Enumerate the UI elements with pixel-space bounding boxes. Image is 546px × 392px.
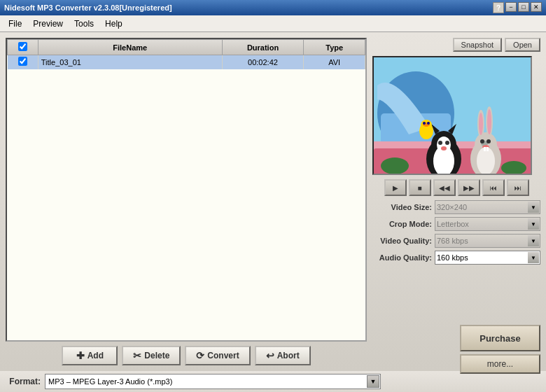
format-label: Format: <box>6 377 41 386</box>
right-panel: Snapshot Open <box>372 38 540 365</box>
convert-button[interactable]: ⟳ Convert <box>185 346 250 365</box>
close-button[interactable]: ✕ <box>531 2 542 12</box>
menu-tools[interactable]: Tools <box>69 18 99 30</box>
audio-quality-row: Audio Quality: 64 kbps 128 kbps 160 kbps… <box>372 251 540 265</box>
video-size-row: Video Size: 320×240 ▼ <box>372 200 540 214</box>
rewind-button[interactable]: ◀◀ <box>433 179 456 196</box>
stop-button[interactable]: ■ <box>409 179 431 196</box>
convert-label: Convert <box>207 351 239 360</box>
row-type: AVI <box>304 55 365 69</box>
crop-mode-select[interactable]: Letterbox <box>435 217 540 231</box>
abort-icon: ↩ <box>266 350 274 361</box>
video-size-label: Video Size: <box>372 203 432 211</box>
maximize-button[interactable]: □ <box>518 2 529 12</box>
crop-mode-row: Crop Mode: Letterbox ▼ <box>372 217 540 231</box>
open-preview-button[interactable]: Open <box>505 38 540 52</box>
row-filename: Title_03_01 <box>38 55 222 69</box>
format-select[interactable]: MP3 – MPEG Layer-3 Audio (*.mp3) AAC – A… <box>45 374 381 389</box>
row-checkbox-cell[interactable] <box>8 55 38 69</box>
crop-mode-select-wrapper: Letterbox ▼ <box>435 217 540 231</box>
video-quality-row: Video Quality: 768 kbps ▼ <box>372 234 540 248</box>
svg-point-12 <box>445 141 449 145</box>
svg-point-11 <box>438 141 442 145</box>
format-row: Format: MP3 – MPEG Layer-3 Audio (*.mp3)… <box>6 374 540 389</box>
preview-controls-top: Snapshot Open <box>372 38 540 52</box>
row-checkbox[interactable] <box>18 57 27 66</box>
video-quality-select[interactable]: 768 kbps <box>435 234 540 248</box>
menu-help[interactable]: Help <box>99 18 128 30</box>
format-select-wrapper: MP3 – MPEG Layer-3 Audio (*.mp3) AAC – A… <box>45 374 381 389</box>
bottom-area: Format: MP3 – MPEG Layer-3 Audio (*.mp3)… <box>0 371 546 392</box>
action-buttons-row: ✚ Add ✂ Delete ⟳ Convert ↩ Abort <box>6 346 367 365</box>
playback-controls: ▶ ■ ◀◀ ▶▶ ⏮ ⏭ <box>372 179 540 196</box>
svg-rect-31 <box>486 147 489 151</box>
abort-button[interactable]: ↩ Abort <box>255 346 311 365</box>
menu-preview[interactable]: Preview <box>27 18 69 30</box>
purchase-button[interactable]: Purchase <box>460 325 540 351</box>
snapshot-button[interactable]: Snapshot <box>453 38 502 52</box>
row-duration: 00:02:42 <box>222 55 304 69</box>
prev-button[interactable]: ⏮ <box>482 179 505 196</box>
crop-mode-label: Crop Mode: <box>372 220 432 228</box>
svg-point-18 <box>427 122 430 125</box>
audio-quality-label: Audio Quality: <box>372 253 432 262</box>
audio-quality-select-wrapper: 64 kbps 128 kbps 160 kbps 192 kbps 256 k… <box>435 251 540 265</box>
abort-label: Abort <box>277 351 300 360</box>
play-button[interactable]: ▶ <box>384 179 407 196</box>
svg-point-24 <box>487 109 491 134</box>
svg-point-33 <box>501 161 526 175</box>
menu-file[interactable]: File <box>3 18 27 30</box>
add-button[interactable]: ✚ Add <box>62 346 118 365</box>
main-wrapper: FileName Duration Type Title_03_01 00:02… <box>0 32 546 392</box>
video-size-select-wrapper: 320×240 ▼ <box>435 200 540 214</box>
window-controls: ? − □ ✕ <box>493 2 542 13</box>
next-button[interactable]: ⏭ <box>507 179 529 196</box>
video-quality-label: Video Quality: <box>372 237 432 245</box>
col-filename: FileName <box>38 40 222 55</box>
file-table: FileName Duration Type Title_03_01 00:02… <box>7 39 365 69</box>
app-title: Nidesoft MP3 Converter v2.3.08[Unregiste… <box>4 4 172 12</box>
col-duration: Duration <box>222 40 304 55</box>
svg-rect-30 <box>484 147 486 151</box>
file-table-container: FileName Duration Type Title_03_01 00:02… <box>6 38 367 342</box>
settings-area: Video Size: 320×240 ▼ Crop Mode: Letterb… <box>372 200 540 265</box>
svg-point-17 <box>423 122 426 125</box>
preview-image <box>374 57 532 175</box>
delete-button[interactable]: ✂ Delete <box>122 346 181 365</box>
delete-label: Delete <box>144 351 169 360</box>
svg-point-27 <box>486 139 491 144</box>
video-quality-select-wrapper: 768 kbps ▼ <box>435 234 540 248</box>
help-icon[interactable]: ? <box>493 2 504 13</box>
video-size-select[interactable]: 320×240 <box>435 200 540 214</box>
table-row[interactable]: Title_03_01 00:02:42 AVI <box>8 55 365 69</box>
svg-point-22 <box>479 113 483 135</box>
delete-icon: ✂ <box>133 350 141 361</box>
col-check <box>8 40 38 55</box>
more-button[interactable]: more... <box>460 354 540 374</box>
col-type: Type <box>304 40 365 55</box>
add-label: Add <box>88 351 104 360</box>
left-panel: FileName Duration Type Title_03_01 00:02… <box>6 38 367 365</box>
title-bar: Nidesoft MP3 Converter v2.3.08[Unregiste… <box>0 0 546 15</box>
preview-area <box>372 56 532 175</box>
convert-icon: ⟳ <box>196 350 204 361</box>
minimize-button[interactable]: − <box>505 2 517 12</box>
main-content: FileName Duration Type Title_03_01 00:02… <box>0 32 546 371</box>
svg-point-13 <box>441 146 447 150</box>
menu-bar: File Preview Tools Help <box>0 15 546 32</box>
right-buttons-area: Purchase more... <box>460 325 540 374</box>
audio-quality-select[interactable]: 64 kbps 128 kbps 160 kbps 192 kbps 256 k… <box>435 251 540 265</box>
svg-point-32 <box>381 158 409 174</box>
svg-point-26 <box>480 139 484 144</box>
select-all-checkbox[interactable] <box>18 42 27 51</box>
add-icon: ✚ <box>76 350 85 361</box>
forward-button[interactable]: ▶▶ <box>458 179 480 196</box>
